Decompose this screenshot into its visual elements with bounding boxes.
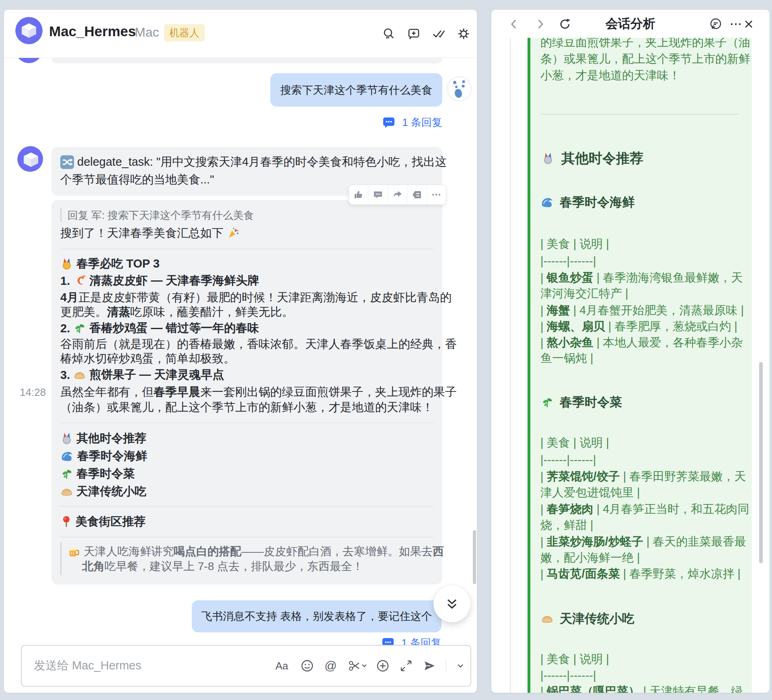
message-line: 春季时令海鲜 xyxy=(60,448,147,464)
message-line: 1. 清蒸皮皮虾 — 天津春季海鲜头牌 xyxy=(60,273,259,289)
divider xyxy=(60,249,433,249)
feedback-icon[interactable] xyxy=(708,17,723,31)
search-icon[interactable] xyxy=(382,27,396,41)
quote-bar xyxy=(60,208,62,222)
bot-avatar[interactable] xyxy=(17,146,43,172)
more-icon[interactable] xyxy=(729,17,743,31)
wave-icon xyxy=(60,450,74,463)
analysis-panel: 会话分析 的绿豆面煎饼果子，夹上现炸的果子（油条）或果篦儿，配上这个季节上市的新… xyxy=(491,10,770,693)
message-line: 北角吃早餐，建议早上 7-8 点去，排队最少，东西最全！ xyxy=(82,558,363,574)
thumbs-up-icon[interactable] xyxy=(349,185,368,204)
divider xyxy=(60,537,433,537)
scroll-to-bottom-button[interactable] xyxy=(433,585,470,622)
share-icon[interactable] xyxy=(388,185,407,204)
analysis-line: | 锅巴菜（嘎巴菜） | 天津特有早餐，绿 xyxy=(540,683,743,693)
medal-gold-icon xyxy=(60,257,73,270)
expand-icon[interactable] xyxy=(399,659,413,673)
message-line: 更肥美。清蒸吃原味，蘸姜醋汁，鲜美无比。 xyxy=(60,304,294,320)
analysis-line: 其他时令推荐 xyxy=(540,150,643,167)
clipped-message-bubble xyxy=(51,58,442,64)
svg-text:@: @ xyxy=(324,659,337,672)
shrimp-icon xyxy=(73,274,86,287)
message-line: 春季必吃 TOP 3 xyxy=(60,256,160,272)
reply-badge-icon xyxy=(383,117,395,128)
reply-count-link[interactable]: 1 条回复 xyxy=(383,115,442,130)
pin-icon xyxy=(60,515,72,528)
dumpling-icon xyxy=(60,485,73,498)
message-line: 椿焯水切碎炒鸡蛋，简单却极致。 xyxy=(60,351,235,367)
more-icon[interactable] xyxy=(427,185,446,204)
shuffle-icon xyxy=(60,155,74,169)
bot-badge: 机器人 xyxy=(164,24,205,41)
dumpling-icon xyxy=(73,369,86,381)
analysis-line: | 马齿苋/面条菜 | 春季野菜，焯水凉拌 | xyxy=(540,566,741,583)
comment-icon[interactable] xyxy=(368,185,388,204)
message-line: 春季时令菜 xyxy=(60,466,135,482)
analysis-header: 会话分析 xyxy=(491,10,770,38)
chat-window: Mac_Hermes Mac 机器人 搜索下天津这个季节有什么美食1 条回复14… xyxy=(4,10,477,693)
timestamp: 14:28 xyxy=(20,386,46,399)
herb-icon xyxy=(73,322,86,335)
divider xyxy=(446,660,446,672)
message-line: delegate_task: "用中文搜索天津4月春季的时令美食和特色小吃，找出… xyxy=(60,154,447,170)
analysis-line: | 韭菜炒海肠/炒蛏子 | 春天的韭菜最香最 xyxy=(540,533,746,550)
bot-avatar xyxy=(15,58,43,63)
bot-message-result[interactable]: 回复 军: 搜索下天津这个季节有什么美食搜到了！天津春季美食汇总如下 春季必吃 … xyxy=(51,200,442,585)
plus-icon[interactable] xyxy=(376,659,390,673)
analysis-line: 烧，鲜甜 | xyxy=(540,517,593,534)
analysis-line: | 海蟹 | 4月春蟹开始肥美，清蒸最原味 | xyxy=(540,302,744,319)
medal-silver-icon xyxy=(60,432,73,445)
send-options-icon[interactable] xyxy=(456,661,465,670)
refresh-icon[interactable] xyxy=(558,17,572,31)
scissors-icon[interactable] xyxy=(348,659,366,673)
user-message-text: 飞书消息不支持 表格，别发表格了，要记住这个 xyxy=(201,609,432,624)
panel-divider xyxy=(510,38,511,693)
message-line: 搜到了！天津春季美食汇总如下 xyxy=(60,225,243,241)
message-line: 天津传统小吃 xyxy=(60,484,146,500)
analysis-line: | 美食 | 说明 | xyxy=(540,236,609,253)
user-avatar[interactable] xyxy=(447,76,472,101)
emoji-icon[interactable] xyxy=(300,659,314,673)
blockquote-bar xyxy=(60,543,62,575)
close-icon[interactable] xyxy=(741,17,756,31)
message-line: 4月正是皮皮虾带黄（有籽）最肥的时候！天津距离渤海近，皮皮虾比青岛的 xyxy=(60,290,452,306)
party-icon xyxy=(227,227,240,240)
font-icon[interactable]: Aa xyxy=(275,659,291,673)
analysis-line: 小葱，才是地道的天津味！ xyxy=(540,67,680,84)
analysis-line: | 春笋烧肉 | 4月春笋正当时，和五花肉同 xyxy=(540,501,749,518)
message-line: 个季节最值得吃的当地美食..." xyxy=(60,172,214,188)
message-line: 美食街区推荐 xyxy=(60,514,146,530)
message-line: 2. 香椿炒鸡蛋 — 错过等一年的春味 xyxy=(60,320,259,336)
analysis-line: 春季时令菜 xyxy=(540,394,622,411)
bot-avatar[interactable] xyxy=(15,17,43,44)
forward-icon[interactable] xyxy=(407,185,427,204)
user-message[interactable]: 飞书消息不支持 表格，别发表格了，要记住这个 xyxy=(192,600,441,632)
chat-title: Mac_Hermes xyxy=(49,23,136,39)
mention-icon[interactable]: @ xyxy=(324,659,338,673)
divider xyxy=(60,506,433,507)
chat-scrollbar[interactable] xyxy=(473,530,476,584)
analysis-line: 的绿豆面煎饼果子，夹上现炸的果子（油 xyxy=(540,38,750,51)
beer-icon xyxy=(68,545,80,558)
analysis-line: 津河海交汇特产 | xyxy=(540,285,628,302)
message-composer[interactable]: 发送给 Mac_Hermes Aa@ xyxy=(21,645,471,687)
send-icon[interactable] xyxy=(423,659,436,673)
settings-icon[interactable] xyxy=(457,27,470,41)
analysis-line: 津人爱包进馄饨里 | xyxy=(540,484,640,501)
divider xyxy=(540,114,739,115)
analysis-scrollbar[interactable] xyxy=(759,362,763,563)
back-icon[interactable] xyxy=(507,17,521,31)
analysis-line: | 美食 | 说明 | xyxy=(540,434,609,451)
medal-silver-icon xyxy=(540,152,556,165)
quote-bar xyxy=(528,38,530,693)
message-line: （油条）或果篦儿，配上这个季节上市的新鲜小葱，才是地道的天津味！ xyxy=(60,399,433,416)
composer-placeholder: 发送给 Mac_Hermes xyxy=(34,658,142,674)
analysis-line: 春季时令海鲜 xyxy=(540,194,634,211)
double-check-icon[interactable] xyxy=(432,27,446,41)
forward-icon[interactable] xyxy=(533,17,548,31)
dumpling-icon xyxy=(540,612,554,625)
wave-icon xyxy=(540,196,554,209)
user-message[interactable]: 搜索下天津这个季节有什么美食 xyxy=(270,73,442,107)
new-topic-icon[interactable] xyxy=(407,27,421,41)
message-line: 3. 煎饼果子 — 天津灵魂早点 xyxy=(60,367,224,383)
